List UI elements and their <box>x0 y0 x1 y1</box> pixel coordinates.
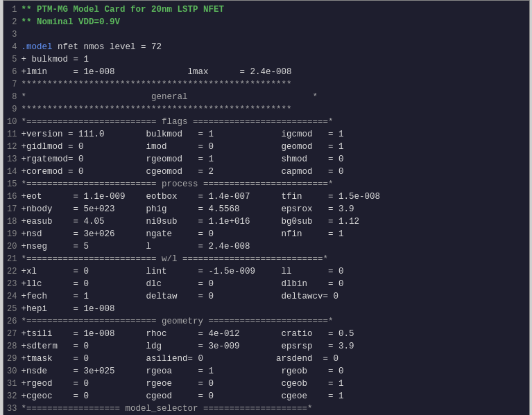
table-row: 33*================== model_selector ===… <box>3 403 529 415</box>
table-row: 25+hepi = 1e-008 <box>3 303 529 315</box>
line-number: 31 <box>3 378 22 390</box>
table-row: 31+rgeod = 0 rgeoe = 0 cgeob = 1 <box>3 378 529 390</box>
line-content: +sdterm = 0 ldg = 3e-009 epsrsp = 3.9 <box>22 340 354 353</box>
table-row: 8* general * <box>3 91 529 103</box>
table-row: 16+eot = 1.1e-009 eotbox = 1.4e-007 tfin… <box>3 191 529 203</box>
line-number: 28 <box>3 340 22 353</box>
line-content: +eot = 1.1e-009 eotbox = 1.4e-007 tfin =… <box>22 191 381 203</box>
table-row: 19+nsd = 3e+026 ngate = 0 nfin = 1 <box>3 228 529 240</box>
line-number: 26 <box>3 315 22 328</box>
table-row: 22+xl = 0 lint = -1.5e-009 ll = 0 <box>3 265 529 278</box>
line-content: * general * <box>22 91 318 103</box>
line-content: *========================= w/l =========… <box>22 253 329 265</box>
code-editor: 1** PTM-MG Model Card for 20nm LSTP NFET… <box>3 0 530 415</box>
line-number: 17 <box>3 203 22 215</box>
line-content: +lmin = 1e-008 lmax = 2.4e-008 <box>22 66 292 78</box>
line-content: +nsd = 3e+026 ngate = 0 nfin = 1 <box>22 228 344 240</box>
table-row: 27+tsili = 1e-008 rhoc = 4e-012 cratio =… <box>3 328 529 340</box>
line-content: .model nfet nmos level = 72 <box>22 41 162 53</box>
table-row: 26*========================= geometry ==… <box>3 315 529 328</box>
line-content: *================== model_selector =====… <box>22 403 313 415</box>
table-row: 23+llc = 0 dlc = 0 dlbin = 0 <box>3 278 529 290</box>
line-number: 1 <box>3 3 22 16</box>
table-row: 10*========================= flags =====… <box>3 116 529 128</box>
table-row: 1** PTM-MG Model Card for 20nm LSTP NFET <box>3 3 529 16</box>
line-number: 9 <box>3 103 22 116</box>
line-number: 33 <box>3 403 22 415</box>
line-content: +nbody = 5e+023 phig = 4.5568 epsrox = 3… <box>22 203 354 215</box>
table-row: 13+rgatemod= 0 rgeomod = 1 shmod = 0 <box>3 153 529 166</box>
line-number: 4 <box>3 41 22 53</box>
line-number: 6 <box>3 66 22 78</box>
table-row: 14+coremod = 0 cgeomod = 2 capmod = 0 <box>3 166 529 178</box>
line-number: 24 <box>3 290 22 303</box>
line-content: +tsili = 1e-008 rhoc = 4e-012 cratio = 0… <box>22 328 354 340</box>
table-row: 18+easub = 4.05 ni0sub = 1.1e+016 bg0sub… <box>3 215 529 228</box>
line-content: ** Nominal VDD=0.9V <box>22 16 121 28</box>
line-content: +rgeod = 0 rgeoe = 0 cgeob = 1 <box>22 378 344 390</box>
line-number: 3 <box>3 28 22 41</box>
line-number: 18 <box>3 215 22 228</box>
line-number: 23 <box>3 278 22 290</box>
table-row: 24+fech = 1 deltaw = 0 deltawcv= 0 <box>3 290 529 303</box>
line-content: +rgatemod= 0 rgeomod = 1 shmod = 0 <box>22 153 344 166</box>
table-row: 15*========================= process ===… <box>3 178 529 191</box>
line-content: +cgeoc = 0 cgeod = 0 cgeoe = 1 <box>22 390 344 403</box>
line-content: +version = 111.0 bulkmod = 1 igcmod = 1 <box>22 128 344 141</box>
table-row: 3 <box>3 28 529 41</box>
table-row: 28+sdterm = 0 ldg = 3e-009 epsrsp = 3.9 <box>3 340 529 353</box>
line-number: 29 <box>3 353 22 365</box>
line-content: +fech = 1 deltaw = 0 deltawcv= 0 <box>22 290 339 303</box>
table-row: 9***************************************… <box>3 103 529 116</box>
table-row: 17+nbody = 5e+023 phig = 4.5568 epsrox =… <box>3 203 529 215</box>
line-number: 11 <box>3 128 22 141</box>
line-number: 27 <box>3 328 22 340</box>
table-row: 11+version = 111.0 bulkmod = 1 igcmod = … <box>3 128 529 141</box>
line-content: +easub = 4.05 ni0sub = 1.1e+016 bg0sub =… <box>22 215 360 228</box>
table-row: 21*========================= w/l =======… <box>3 253 529 265</box>
line-content: + bulkmod = 1 <box>22 53 89 66</box>
line-number: 10 <box>3 116 22 128</box>
table-row: 6+lmin = 1e-008 lmax = 2.4e-008 <box>3 66 529 78</box>
code-lines: 1** PTM-MG Model Card for 20nm LSTP NFET… <box>3 3 529 415</box>
table-row: 5+ bulkmod = 1 <box>3 53 529 66</box>
line-number: 13 <box>3 153 22 166</box>
table-row: 7***************************************… <box>3 78 529 91</box>
line-content: +tmask = 0 asiliend= 0 arsdend = 0 <box>22 353 339 365</box>
line-number: 5 <box>3 53 22 66</box>
line-content: +nsde = 3e+025 rgeoa = 1 rgeob = 0 <box>22 365 344 378</box>
line-number: 32 <box>3 390 22 403</box>
line-content: +hepi = 1e-008 <box>22 303 115 315</box>
line-number: 25 <box>3 303 22 315</box>
line-content: +nseg = 5 l = 2.4e-008 <box>22 240 250 253</box>
line-number: 14 <box>3 166 22 178</box>
line-number: 30 <box>3 365 22 378</box>
line-content: ** PTM-MG Model Card for 20nm LSTP NFET <box>22 3 225 16</box>
line-number: 2 <box>3 16 22 28</box>
line-content: *========================= geometry ====… <box>22 315 334 328</box>
line-content: +llc = 0 dlc = 0 dlbin = 0 <box>22 278 344 290</box>
table-row: 12+gidlmod = 0 imod = 0 geomod = 1 <box>3 141 529 153</box>
line-content: ****************************************… <box>22 78 292 91</box>
line-number: 8 <box>3 91 22 103</box>
line-number: 20 <box>3 240 22 253</box>
line-content: *========================= flags =======… <box>22 116 334 128</box>
table-row: 30+nsde = 3e+025 rgeoa = 1 rgeob = 0 <box>3 365 529 378</box>
line-content: +coremod = 0 cgeomod = 2 capmod = 0 <box>22 166 344 178</box>
line-number: 7 <box>3 78 22 91</box>
table-row: 29+tmask = 0 asiliend= 0 arsdend = 0 <box>3 353 529 365</box>
table-row: 2** Nominal VDD=0.9V <box>3 16 529 28</box>
table-row: 32+cgeoc = 0 cgeod = 0 cgeoe = 1 <box>3 390 529 403</box>
table-row: 4.model nfet nmos level = 72 <box>3 41 529 53</box>
line-number: 16 <box>3 191 22 203</box>
line-number: 15 <box>3 178 22 191</box>
line-content: +gidlmod = 0 imod = 0 geomod = 1 <box>22 141 344 153</box>
line-content: +xl = 0 lint = -1.5e-009 ll = 0 <box>22 265 344 278</box>
line-number: 12 <box>3 141 22 153</box>
line-number: 21 <box>3 253 22 265</box>
line-content: ****************************************… <box>22 103 292 116</box>
table-row: 20+nseg = 5 l = 2.4e-008 <box>3 240 529 253</box>
line-number: 22 <box>3 265 22 278</box>
line-number: 19 <box>3 228 22 240</box>
line-content: *========================= process =====… <box>22 178 334 191</box>
